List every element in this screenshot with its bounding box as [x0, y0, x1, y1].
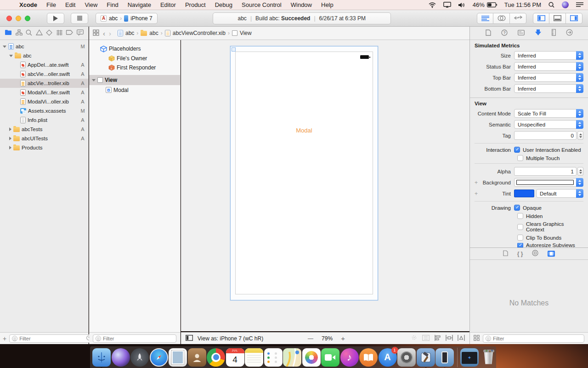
- volume-icon[interactable]: [458, 2, 465, 8]
- autoresize-checkbox[interactable]: [517, 243, 523, 247]
- modal-button[interactable]: Modal: [236, 127, 373, 134]
- menu-window[interactable]: Window: [286, 1, 317, 8]
- dock-ibooks-icon[interactable]: [359, 348, 378, 367]
- top-bar-popup[interactable]: Inferred: [514, 73, 583, 82]
- hidden-checkbox[interactable]: [517, 213, 523, 219]
- menu-find[interactable]: Find: [102, 1, 123, 8]
- dock-launchpad-icon[interactable]: [130, 348, 149, 367]
- file-row-group[interactable]: abcUITestsA: [0, 134, 88, 143]
- background-color-swatch[interactable]: [516, 180, 574, 185]
- toggle-inspector-button[interactable]: [566, 13, 582, 24]
- filter-input[interactable]: [103, 336, 174, 341]
- dock-reminders-icon[interactable]: [264, 348, 283, 367]
- breadcrumb-view[interactable]: View: [240, 30, 252, 36]
- alpha-field[interactable]: 1: [514, 167, 577, 176]
- dock-trash-icon[interactable]: [480, 348, 498, 367]
- resize-knob[interactable]: [232, 47, 236, 52]
- go-back-button[interactable]: ‹: [103, 29, 105, 37]
- dock-chrome-icon[interactable]: [207, 348, 225, 367]
- dock-facetime-icon[interactable]: [321, 348, 339, 367]
- menu-editor[interactable]: Editor: [156, 1, 181, 8]
- disclosure-triangle[interactable]: [9, 137, 11, 140]
- add-keyframe-button[interactable]: +: [475, 179, 479, 186]
- menu-file[interactable]: File: [42, 1, 61, 8]
- zoom-in-button[interactable]: +: [341, 334, 345, 342]
- file-row-project[interactable]: abcM: [0, 42, 88, 51]
- file-row[interactable]: Assets.xcassetsM: [0, 106, 88, 115]
- add-keyframe-button[interactable]: +: [475, 190, 479, 197]
- outline-view-row[interactable]: View: [89, 75, 180, 85]
- dock-calendar-icon[interactable]: JUL 4: [226, 348, 244, 367]
- file-row-group[interactable]: Products: [0, 143, 88, 152]
- filter-input[interactable]: [493, 336, 582, 341]
- bottom-bar-popup[interactable]: Inferred: [514, 84, 583, 93]
- debug-navigator-tab[interactable]: [56, 30, 63, 37]
- menu-help[interactable]: Help: [317, 1, 338, 8]
- menu-view[interactable]: View: [80, 1, 102, 8]
- project-navigator-tab[interactable]: [5, 29, 12, 37]
- quick-help-inspector-tab[interactable]: ?: [501, 29, 508, 37]
- content-mode-popup[interactable]: Scale To Fill: [514, 109, 583, 118]
- add-file-button[interactable]: +: [3, 335, 6, 342]
- device-configuration-icon[interactable]: [186, 335, 193, 342]
- outline-button-row[interactable]: B Modal: [89, 85, 180, 95]
- dock-maps-icon[interactable]: [283, 348, 301, 367]
- code-snippet-library-tab[interactable]: { }: [517, 251, 523, 257]
- disclosure-triangle[interactable]: [9, 55, 13, 57]
- breadcrumb-project[interactable]: abc: [125, 30, 134, 36]
- dock-siri-icon[interactable]: [112, 348, 130, 367]
- report-navigator-tab[interactable]: [77, 29, 84, 37]
- dock-safari-icon[interactable]: [150, 348, 168, 367]
- dock-finder-icon[interactable]: [92, 348, 111, 367]
- scheme-selector[interactable]: A abc › iPhone 7: [96, 13, 158, 24]
- dock-itunes-icon[interactable]: ♪: [340, 348, 359, 367]
- disclosure-triangle[interactable]: [92, 79, 96, 81]
- file-row[interactable]: ModalVi...ller.swiftA: [0, 88, 88, 97]
- breadcrumb-file[interactable]: abcViewController.xib: [173, 30, 226, 36]
- alpha-stepper[interactable]: [577, 167, 583, 176]
- disclosure-triangle[interactable]: [9, 146, 11, 150]
- interface-builder-canvas[interactable]: Modal: [181, 40, 469, 331]
- dock-notes-icon[interactable]: [245, 348, 263, 367]
- view-controller-frame[interactable]: Modal: [230, 46, 378, 300]
- clears-graphics-checkbox[interactable]: [517, 224, 523, 230]
- assistant-editor-button[interactable]: [493, 13, 510, 24]
- stop-button[interactable]: [71, 13, 88, 24]
- window-zoom-button[interactable]: [25, 16, 30, 21]
- media-library-tab[interactable]: [548, 251, 555, 257]
- resolve-autolayout-icon[interactable]: [458, 335, 465, 342]
- spotlight-search-icon[interactable]: [548, 2, 554, 8]
- filter-input[interactable]: [19, 336, 85, 341]
- related-items-icon[interactable]: [93, 29, 99, 37]
- embed-in-stack-icon[interactable]: [422, 335, 430, 342]
- file-row-group[interactable]: abc: [0, 51, 88, 60]
- semantic-popup[interactable]: Unspecified: [514, 120, 583, 129]
- tint-color-swatch[interactable]: [514, 190, 534, 197]
- menu-debug[interactable]: Debug: [210, 1, 237, 8]
- navigator-filter-field[interactable]: [9, 334, 101, 343]
- symbol-navigator-tab[interactable]: [16, 29, 23, 37]
- menu-source-control[interactable]: Source Control: [237, 1, 286, 8]
- dock-simulator-icon[interactable]: [435, 348, 454, 367]
- notification-center-icon[interactable]: [576, 2, 583, 7]
- size-popup[interactable]: Inferred: [514, 51, 583, 60]
- file-row[interactable]: abcVie...oller.swiftA: [0, 69, 88, 79]
- user-interaction-checkbox[interactable]: [514, 147, 520, 153]
- test-navigator-tab[interactable]: [46, 29, 52, 37]
- airplay-display-icon[interactable]: [443, 2, 451, 8]
- update-frames-icon[interactable]: [411, 334, 418, 342]
- zoom-out-button[interactable]: —: [308, 335, 313, 342]
- file-row[interactable]: ModalVi...oller.xibA: [0, 97, 88, 106]
- file-row[interactable]: Info.plistA: [0, 115, 88, 125]
- version-editor-button[interactable]: [510, 13, 526, 24]
- menu-navigate[interactable]: Navigate: [123, 1, 156, 8]
- pin-constraints-icon[interactable]: [446, 335, 453, 342]
- view-as-label[interactable]: View as: iPhone 7 (wC hR): [198, 335, 263, 342]
- menu-app-name[interactable]: Xcode: [15, 1, 42, 8]
- multiple-touch-checkbox[interactable]: [517, 155, 523, 161]
- clip-to-bounds-checkbox[interactable]: [517, 235, 523, 241]
- find-navigator-tab[interactable]: [26, 29, 32, 37]
- dock-contacts-icon[interactable]: [188, 348, 206, 367]
- go-forward-button[interactable]: ›: [109, 29, 111, 37]
- opaque-checkbox[interactable]: [514, 205, 520, 211]
